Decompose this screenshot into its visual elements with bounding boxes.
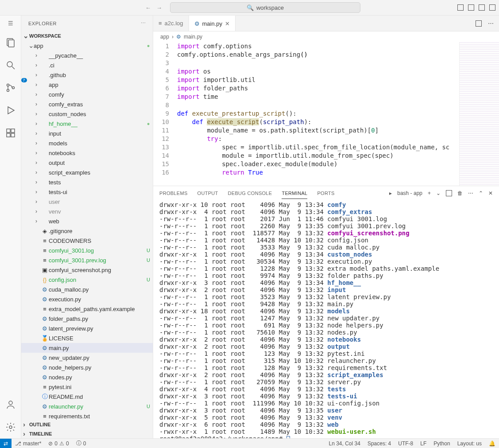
tree-folder[interactable]: ›.github	[21, 70, 153, 80]
tree-file[interactable]: ⚙cuda_malloc.py	[21, 284, 153, 294]
svg-rect-10	[11, 133, 15, 137]
panel-tab[interactable]: PROBLEMS	[159, 188, 188, 199]
eol-status[interactable]: LF	[417, 440, 430, 447]
accounts-icon[interactable]	[5, 399, 16, 411]
tree-folder[interactable]: ›__pycache__	[21, 51, 153, 60]
explorer-more-icon[interactable]: ⋯	[141, 20, 146, 26]
nav-forward-icon[interactable]: →	[156, 4, 162, 11]
tree-file[interactable]: ≡CODEOWNERS	[21, 236, 153, 245]
tree-file[interactable]: ▣comfyui_screenshot.png	[21, 265, 153, 275]
layout-toggle-right-icon[interactable]	[479, 4, 485, 11]
tree-file[interactable]: ◈.gitignore	[21, 226, 153, 236]
tree-folder[interactable]: ›hf_home__●	[21, 119, 153, 129]
command-center-search[interactable]: 🔍 workspace	[170, 2, 360, 13]
tree-file[interactable]: ⚙node_helpers.py	[21, 362, 153, 372]
file-icon: ≡	[41, 238, 49, 244]
terminal-output[interactable]: drwxr-xr-x 10 root root 4096 May 9 13:34…	[153, 200, 499, 438]
nav-back-icon[interactable]: ←	[145, 4, 151, 11]
split-editor-icon[interactable]	[476, 20, 482, 27]
editor-tab[interactable]: ⚙main.py✕	[189, 16, 236, 31]
code-editor[interactable]: 12345678910111213141516 import comfy.opt…	[153, 42, 499, 186]
file-icon: ⚙	[41, 355, 49, 361]
remote-indicator[interactable]: ⇄	[0, 439, 12, 448]
kill-terminal-icon[interactable]: 🗑	[457, 190, 463, 196]
breadcrumb-seg[interactable]: main.py	[184, 34, 202, 40]
layout-toggle-bottom-icon[interactable]	[468, 4, 474, 11]
panel-tab[interactable]: PORTS	[317, 188, 334, 199]
terminal-dropdown-icon[interactable]: ⌄	[436, 190, 441, 196]
git-branch[interactable]: ⎇master*	[12, 440, 45, 447]
file-icon: {}	[41, 277, 49, 283]
panel-tab[interactable]: OUTPUT	[197, 188, 218, 199]
tree-folder[interactable]: ›notebooks	[21, 148, 153, 158]
problems-status[interactable]: ⊘0⚠0	[45, 440, 72, 447]
tree-folder[interactable]: ›output	[21, 158, 153, 168]
minimap[interactable]	[459, 42, 499, 186]
tree-file[interactable]: ⚙latent_preview.py	[21, 323, 153, 333]
tree-folder[interactable]: ›web	[21, 216, 153, 226]
notifications-icon[interactable]: 🔔	[485, 440, 499, 447]
tree-file[interactable]: ⓘREADME.md	[21, 392, 153, 401]
extensions-icon[interactable]	[5, 128, 16, 140]
tree-file[interactable]: 🏅LICENSE	[21, 333, 153, 343]
tree-file[interactable]: ⚙execution.py	[21, 294, 153, 304]
tree-file[interactable]: ⚙new_updater.py	[21, 353, 153, 362]
panel-more-icon[interactable]: ⋯	[468, 190, 473, 196]
panel-close-icon[interactable]: ✕	[488, 190, 493, 196]
breadcrumb-seg[interactable]: app	[160, 34, 169, 40]
tree-file[interactable]: ≡comfyui_3001.logU	[21, 245, 153, 255]
source-control-icon[interactable]: 7	[5, 82, 16, 94]
explorer-icon[interactable]	[5, 37, 16, 49]
new-terminal-icon[interactable]: +	[428, 190, 431, 196]
layout-customize-icon[interactable]	[489, 4, 495, 11]
ports-status[interactable]: ⓘ0	[73, 440, 90, 447]
indentation-status[interactable]: Spaces: 4	[364, 440, 395, 447]
tree-file[interactable]: ≡requirements.txt	[21, 411, 153, 420]
panel-tab[interactable]: TERMINAL	[282, 188, 307, 199]
tree-folder[interactable]: ›comfy	[21, 90, 153, 99]
timeline-section-header[interactable]: TIMELINE	[21, 429, 153, 438]
layout-toggle-left-icon[interactable]	[457, 4, 464, 11]
tree-folder[interactable]: ›script_examples	[21, 168, 153, 177]
panel-maximize-icon[interactable]: ⌃	[479, 190, 483, 196]
settings-gear-icon[interactable]	[5, 422, 16, 434]
editor-tab[interactable]: ≡a2c.log	[153, 16, 189, 31]
tree-file[interactable]: ≡comfyui_3001.prev.logU	[21, 255, 153, 265]
tree-folder[interactable]: ›app	[21, 80, 153, 90]
keyboard-layout[interactable]: Layout: us	[454, 440, 485, 447]
workspace-section-header[interactable]: WORKSPACE	[21, 31, 153, 41]
tree-file[interactable]: ≡pytest.ini	[21, 382, 153, 392]
split-terminal-icon[interactable]	[446, 190, 452, 196]
search-icon[interactable]	[5, 60, 16, 72]
tree-folder[interactable]: ›tests	[21, 177, 153, 187]
language-mode[interactable]: Python	[430, 440, 453, 447]
encoding-status[interactable]: UTF-8	[395, 440, 417, 447]
terminal-shell-label[interactable]: bash - app	[397, 190, 422, 196]
outline-section-header[interactable]: OUTLINE	[21, 420, 153, 429]
panel-tab[interactable]: DEBUG CONSOLE	[228, 188, 272, 199]
breadcrumb[interactable]: app › ⚙ main.py	[153, 31, 499, 42]
tab-file-icon: ≡	[159, 20, 162, 27]
tree-folder[interactable]: ›.ci	[21, 60, 153, 70]
tree-file[interactable]: ≡extra_model_paths.yaml.example	[21, 304, 153, 314]
tree-folder-root[interactable]: app ●	[21, 41, 153, 51]
tree-folder[interactable]: ›venv	[21, 206, 153, 216]
tree-file[interactable]: ⚙relauncher.pyU	[21, 401, 153, 411]
item-label: venv	[49, 208, 144, 215]
tree-file[interactable]: {}config.jsonU	[21, 275, 153, 284]
tree-file[interactable]: ⚙nodes.py	[21, 372, 153, 382]
tab-more-icon[interactable]: ⋯	[488, 20, 494, 27]
tree-folder[interactable]: ›models	[21, 138, 153, 148]
tree-folder[interactable]: ›comfy_extras	[21, 99, 153, 109]
menu-icon[interactable]: ☰	[8, 20, 13, 27]
tree-file[interactable]: ⚙main.py	[21, 343, 153, 353]
tree-file[interactable]: ⚙folder_paths.py	[21, 314, 153, 323]
run-debug-icon[interactable]	[5, 105, 16, 117]
tree-folder[interactable]: ›user	[21, 197, 153, 206]
item-label: .ci	[49, 62, 144, 69]
tab-close-icon[interactable]: ✕	[225, 20, 230, 27]
tree-folder[interactable]: ›input	[21, 129, 153, 138]
tree-folder[interactable]: ›custom_nodes	[21, 109, 153, 119]
cursor-position[interactable]: Ln 34, Col 34	[325, 440, 364, 447]
tree-folder[interactable]: ›tests-ui	[21, 187, 153, 197]
